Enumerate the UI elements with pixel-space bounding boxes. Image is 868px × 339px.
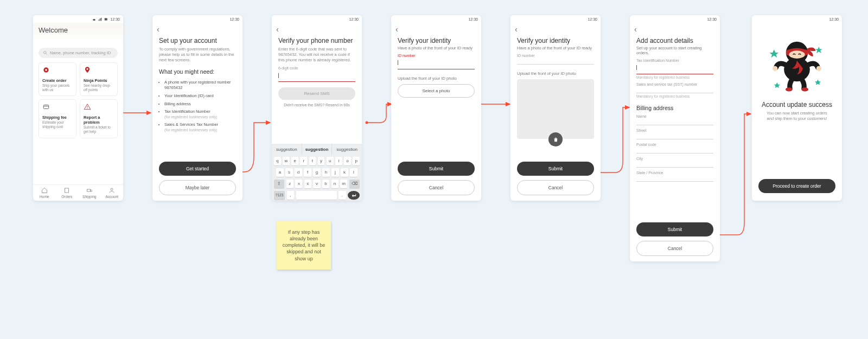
tab-account[interactable]: Account bbox=[101, 185, 124, 201]
submit-button[interactable]: Submit bbox=[517, 162, 594, 176]
trash-icon bbox=[553, 137, 559, 143]
card-shipping-fee[interactable]: Shipping fee Estimate your shipping cost bbox=[39, 99, 76, 138]
cancel-button[interactable]: Cancel bbox=[398, 180, 475, 195]
svg-point-3 bbox=[366, 121, 368, 124]
svg-point-26 bbox=[789, 50, 805, 59]
screen-account-details: 12:30 ‹ Add account details Set up your … bbox=[630, 15, 720, 261]
svg-point-30 bbox=[801, 87, 808, 91]
svg-marker-21 bbox=[815, 47, 822, 53]
billing-city-field[interactable]: City bbox=[636, 157, 713, 168]
svg-marker-23 bbox=[815, 80, 821, 85]
maybe-later-button[interactable]: Maybe later bbox=[159, 180, 236, 195]
tab-orders[interactable]: Orders bbox=[56, 185, 79, 201]
uploaded-photo bbox=[517, 79, 594, 139]
resend-sms-button[interactable]: Resend SMS bbox=[278, 87, 355, 100]
billing-name-field[interactable]: Name bbox=[636, 114, 713, 125]
back-button[interactable]: ‹ bbox=[152, 23, 242, 34]
svg-point-19 bbox=[111, 188, 113, 190]
svg-marker-20 bbox=[770, 50, 779, 58]
tab-shipping[interactable]: Shipping bbox=[78, 185, 101, 201]
success-title: Account update success bbox=[752, 101, 842, 108]
svg-rect-18 bbox=[87, 189, 90, 191]
clock: 12:30 bbox=[110, 17, 120, 21]
back-button[interactable]: ‹ bbox=[630, 23, 720, 34]
tab-home[interactable]: Home bbox=[33, 185, 56, 201]
sst-field[interactable]: Sales and service tax (SST) number bbox=[636, 82, 713, 93]
billing-postal-code-field[interactable]: Postal code bbox=[636, 143, 713, 153]
card-report-problem[interactable]: Report a problem Submit a ticket to get … bbox=[80, 99, 118, 138]
back-button[interactable]: ‹ bbox=[510, 23, 601, 34]
cancel-button[interactable]: Cancel bbox=[517, 180, 594, 195]
tin-field[interactable]: Tax Identification Number bbox=[636, 59, 713, 74]
pin-icon bbox=[84, 66, 91, 74]
enter-key[interactable] bbox=[348, 191, 360, 200]
svg-point-12 bbox=[45, 69, 47, 71]
ninja-illustration bbox=[752, 23, 842, 98]
screen-verify-phone: 12:30 ‹ Verify your phone number Enter t… bbox=[272, 15, 362, 201]
submit-button[interactable]: Submit bbox=[398, 162, 475, 176]
svg-point-16 bbox=[87, 108, 87, 109]
submit-button[interactable]: Submit bbox=[636, 222, 713, 236]
code-field[interactable]: 6-digit code bbox=[278, 66, 355, 82]
keyboard[interactable]: suggestion suggestion suggestion qwertyu… bbox=[272, 144, 362, 201]
select-photo-button[interactable]: Select a photo bbox=[398, 84, 475, 98]
search-icon bbox=[43, 50, 48, 55]
screen-success: 12:30 A bbox=[752, 15, 842, 201]
screen-verify-id-a: 12:30 ‹ Verify your identity Have a phot… bbox=[391, 15, 481, 201]
svg-rect-7 bbox=[105, 18, 107, 20]
card-ninja-points[interactable]: Ninja Points See nearby drop-off points bbox=[80, 62, 118, 96]
fee-icon bbox=[42, 103, 50, 111]
screen-home: 12:30 Welcome Name, phone number, tracki… bbox=[33, 15, 123, 201]
need-list: A phone with your registered number 9876… bbox=[152, 75, 242, 132]
spacebar[interactable] bbox=[296, 191, 337, 200]
back-button[interactable]: ‹ bbox=[391, 23, 481, 34]
id-number-field[interactable]: ID number bbox=[517, 54, 594, 65]
page-title: Welcome bbox=[33, 23, 123, 35]
sticky-note: If any step has already been completed, … bbox=[277, 221, 331, 270]
id-number-field[interactable]: ID number bbox=[398, 54, 475, 69]
svg-point-13 bbox=[87, 68, 88, 70]
verify-phone-title: Verify your phone number bbox=[272, 37, 362, 44]
search-input[interactable]: Name, phone number, tracking ID bbox=[39, 48, 118, 58]
signal-icon bbox=[98, 17, 102, 21]
setup-title: Set up your account bbox=[152, 37, 242, 44]
svg-line-10 bbox=[46, 54, 47, 55]
svg-rect-14 bbox=[43, 105, 48, 109]
svg-point-29 bbox=[786, 87, 793, 91]
svg-rect-17 bbox=[65, 188, 69, 193]
billing-state-province-field[interactable]: State / Province bbox=[636, 171, 713, 182]
card-create-order[interactable]: Create order Ship your parcels with us bbox=[39, 62, 76, 96]
need-title: What you might need: bbox=[152, 68, 242, 75]
svg-point-27 bbox=[773, 66, 777, 71]
alert-icon bbox=[84, 103, 91, 111]
back-button[interactable]: ‹ bbox=[272, 23, 362, 34]
ship-icon bbox=[42, 66, 50, 74]
delete-photo-button[interactable] bbox=[548, 132, 563, 146]
get-started-button[interactable]: Get started bbox=[159, 162, 236, 176]
svg-marker-22 bbox=[774, 82, 780, 88]
setup-intro: To comply with government regulations, p… bbox=[152, 47, 242, 63]
svg-rect-8 bbox=[107, 18, 108, 19]
cancel-button[interactable]: Cancel bbox=[636, 241, 713, 256]
tab-bar: Home Orders Shipping Account bbox=[33, 184, 123, 201]
screen-setup: 12:30 ‹ Set up your account To comply wi… bbox=[152, 15, 242, 201]
svg-point-9 bbox=[44, 52, 47, 54]
proceed-button[interactable]: Proceed to create order bbox=[758, 179, 835, 193]
status-bar: 12:30 bbox=[33, 15, 123, 23]
battery-icon bbox=[104, 17, 108, 21]
screen-verify-id-b: 12:30 ‹ Verify your identity Have a phot… bbox=[510, 15, 601, 201]
wifi-icon bbox=[92, 17, 96, 21]
billing-street-field[interactable]: Street bbox=[636, 129, 713, 139]
svg-point-28 bbox=[816, 66, 821, 71]
